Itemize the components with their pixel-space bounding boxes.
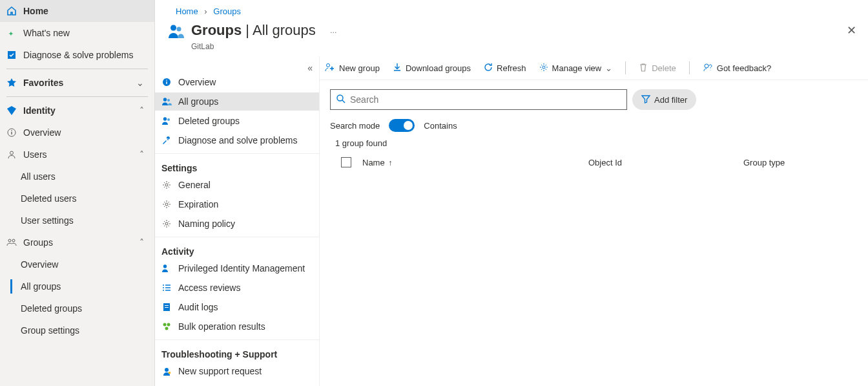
menu-item-naming[interactable]: Naming policy bbox=[155, 215, 319, 233]
svg-point-6 bbox=[12, 239, 15, 242]
groups-deleted-icon bbox=[161, 116, 172, 126]
sidebar-item-all-groups[interactable]: All groups bbox=[0, 275, 154, 297]
wrench-icon bbox=[161, 135, 172, 145]
breadcrumb-groups[interactable]: Groups bbox=[213, 6, 241, 16]
svg-point-7 bbox=[170, 25, 176, 31]
col-header-grouptype[interactable]: Group type bbox=[743, 158, 834, 167]
menu-item-label: Expiration bbox=[178, 199, 218, 209]
svg-rect-10 bbox=[166, 81, 167, 84]
main-content: New group Download groups Refresh bbox=[320, 56, 868, 386]
sidebar-item-groups[interactable]: Groups ˄ bbox=[0, 231, 154, 253]
svg-point-16 bbox=[165, 184, 168, 186]
page-title-main: Groups bbox=[191, 22, 242, 38]
search-input-container[interactable] bbox=[330, 89, 627, 110]
close-icon[interactable]: ✕ bbox=[847, 23, 856, 38]
search-input[interactable] bbox=[350, 94, 621, 105]
section-header-troubleshoot: Troubleshooting + Support bbox=[155, 339, 319, 362]
tool-refresh[interactable]: Refresh bbox=[484, 63, 526, 74]
svg-rect-3 bbox=[11, 131, 12, 131]
sidebar-item-whatsnew[interactable]: What's new bbox=[0, 22, 154, 44]
svg-point-28 bbox=[327, 63, 330, 67]
svg-rect-27 bbox=[169, 372, 170, 374]
sidebar-item-group-settings[interactable]: Group settings bbox=[0, 319, 154, 341]
menu-item-diagnose[interactable]: Diagnose and solve problems bbox=[155, 131, 319, 149]
gear-icon bbox=[161, 199, 172, 209]
bulk-icon bbox=[161, 321, 172, 332]
collapse-icon[interactable]: « bbox=[155, 63, 319, 73]
svg-point-12 bbox=[163, 98, 167, 101]
groups-icon bbox=[161, 96, 172, 107]
sidebar-item-home[interactable]: Home bbox=[0, 0, 154, 22]
tool-feedback[interactable]: Got feedback? bbox=[703, 62, 772, 74]
log-icon bbox=[161, 302, 172, 312]
sidebar-item-label: All users bbox=[21, 171, 148, 182]
sidebar-item-deleted-groups[interactable]: Deleted groups bbox=[0, 297, 154, 319]
sidebar-item-diagnose[interactable]: Diagnose & solve problems bbox=[0, 44, 154, 66]
svg-point-15 bbox=[167, 118, 170, 121]
chevron-right-icon: › bbox=[204, 6, 207, 16]
menu-item-label: All groups bbox=[178, 96, 218, 107]
resource-menu: « Overview All groups bbox=[155, 56, 320, 386]
chevron-up-icon: ˄ bbox=[140, 237, 144, 248]
section-header-activity: Activity bbox=[155, 237, 319, 259]
support-icon bbox=[161, 366, 172, 376]
sidebar-item-all-users[interactable]: All users bbox=[0, 166, 154, 188]
add-filter-button[interactable]: Add filter bbox=[632, 89, 696, 110]
info-icon bbox=[6, 127, 17, 138]
svg-rect-2 bbox=[11, 132, 12, 134]
menu-item-pim[interactable]: Privileged Identity Management bbox=[155, 259, 319, 277]
chevron-down-icon: ⌄ bbox=[136, 78, 144, 88]
more-icon[interactable]: … bbox=[330, 27, 338, 34]
menu-item-audit-logs[interactable]: Audit logs bbox=[155, 298, 319, 316]
search-mode-toggle[interactable] bbox=[389, 119, 415, 132]
svg-point-30 bbox=[705, 64, 708, 68]
sidebar-item-overview[interactable]: Overview bbox=[0, 122, 154, 144]
svg-point-18 bbox=[165, 222, 168, 225]
menu-item-general[interactable]: General bbox=[155, 176, 319, 194]
chevron-down-icon: ⌄ bbox=[605, 63, 612, 73]
user-icon bbox=[6, 149, 17, 160]
sidebar-item-favorites[interactable]: Favorites ⌄ bbox=[0, 72, 154, 94]
sparkle-icon bbox=[6, 28, 17, 38]
menu-item-label: Deleted groups bbox=[178, 116, 240, 126]
menu-item-support-request[interactable]: New support request bbox=[155, 362, 319, 380]
sidebar-item-deleted-users[interactable]: Deleted users bbox=[0, 188, 154, 209]
page-header: Groups | All groups … bbox=[164, 19, 868, 42]
tool-new-group[interactable]: New group bbox=[325, 62, 380, 74]
tool-label: Download groups bbox=[406, 63, 471, 73]
chevron-up-icon: ˄ bbox=[140, 105, 144, 116]
search-mode-value: Contains bbox=[424, 121, 457, 131]
sidebar-item-label: Favorites bbox=[23, 78, 130, 88]
menu-item-overview[interactable]: Overview bbox=[155, 73, 319, 91]
menu-item-label: Audit logs bbox=[178, 302, 218, 312]
menu-item-access-reviews[interactable]: Access reviews bbox=[155, 279, 319, 297]
checklist-icon bbox=[161, 283, 172, 293]
menu-item-label: Diagnose and solve problems bbox=[178, 135, 297, 145]
menu-item-deleted-groups[interactable]: Deleted groups bbox=[155, 112, 319, 130]
menu-item-bulk-results[interactable]: Bulk operation results bbox=[155, 317, 319, 336]
menu-item-expiration[interactable]: Expiration bbox=[155, 195, 319, 213]
sort-asc-icon: ↑ bbox=[388, 158, 392, 167]
sidebar-item-identity[interactable]: Identity ˄ bbox=[0, 100, 154, 122]
sidebar-item-users[interactable]: Users ˄ bbox=[0, 144, 154, 166]
groups-icon bbox=[6, 237, 17, 248]
col-header-name[interactable]: Name ↑ bbox=[362, 158, 588, 167]
toolbar-separator bbox=[625, 61, 626, 74]
svg-point-24 bbox=[167, 323, 170, 327]
menu-item-all-groups[interactable]: All groups bbox=[155, 92, 319, 111]
tool-label: Manage view bbox=[552, 63, 602, 73]
tool-manage-view[interactable]: Manage view ⌄ bbox=[539, 63, 613, 74]
col-header-objectid[interactable]: Object Id bbox=[588, 158, 743, 167]
svg-point-8 bbox=[177, 27, 181, 32]
diagnose-icon bbox=[6, 50, 17, 60]
tool-label: New group bbox=[339, 63, 380, 73]
chevron-up-icon: ˄ bbox=[140, 149, 144, 160]
select-all-checkbox[interactable] bbox=[341, 157, 351, 167]
svg-point-14 bbox=[163, 117, 167, 120]
tool-label: Got feedback? bbox=[717, 63, 772, 73]
tool-download-groups[interactable]: Download groups bbox=[393, 63, 471, 74]
sidebar-item-user-settings[interactable]: User settings bbox=[0, 209, 154, 231]
sidebar-item-groups-overview[interactable]: Overview bbox=[0, 253, 154, 275]
breadcrumb: Home › Groups bbox=[164, 0, 868, 19]
breadcrumb-home[interactable]: Home bbox=[176, 6, 198, 16]
